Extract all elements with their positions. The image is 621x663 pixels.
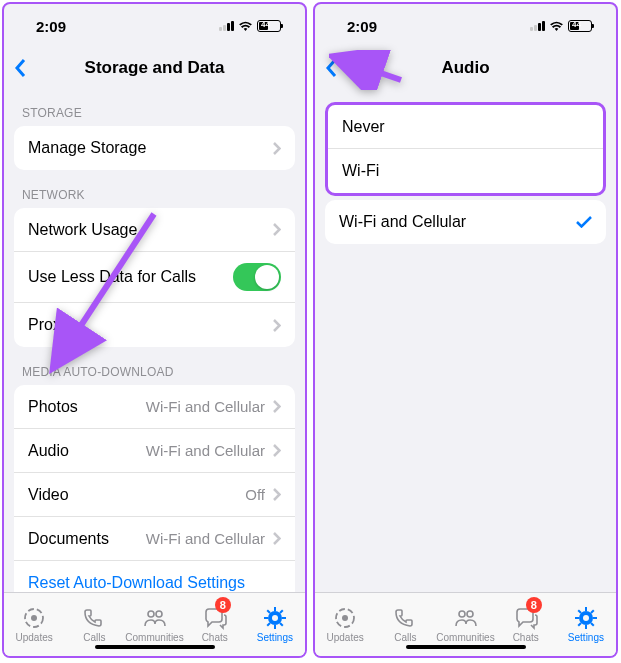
- row-value: Wi-Fi and Cellular: [146, 530, 265, 547]
- battery-icon: 44: [257, 20, 281, 32]
- signal-icon: [530, 21, 545, 31]
- gear-icon: [573, 606, 599, 630]
- row-audio[interactable]: Audio Wi-Fi and Cellular: [14, 429, 295, 473]
- check-icon: [576, 216, 592, 228]
- row-wifi[interactable]: Wi-Fi: [328, 149, 603, 193]
- nav-title: Audio: [441, 58, 489, 78]
- media-group: Photos Wi-Fi and Cellular Audio Wi-Fi an…: [14, 385, 295, 592]
- row-label: Use Less Data for Calls: [28, 268, 196, 286]
- row-label: Documents: [28, 530, 109, 548]
- communities-icon: [453, 606, 479, 630]
- home-indicator: [406, 645, 526, 649]
- row-label: Never: [342, 118, 385, 136]
- row-wifi-cellular[interactable]: Wi-Fi and Cellular: [325, 200, 606, 244]
- nav-bar: Audio: [315, 48, 616, 88]
- chevron-right-icon: [273, 223, 281, 236]
- row-label: Video: [28, 486, 69, 504]
- tab-label: Communities: [436, 632, 494, 643]
- row-manage-storage[interactable]: Manage Storage: [14, 126, 295, 170]
- svg-rect-23: [585, 625, 587, 629]
- chevron-right-icon: [273, 142, 281, 155]
- svg-point-17: [342, 615, 348, 621]
- updates-icon: [21, 606, 47, 630]
- row-use-less-data[interactable]: Use Less Data for Calls: [14, 252, 295, 303]
- tab-updates[interactable]: Updates: [4, 593, 64, 656]
- tab-label: Settings: [257, 632, 293, 643]
- row-label: Wi-Fi and Cellular: [339, 213, 466, 231]
- row-label: Manage Storage: [28, 139, 146, 157]
- status-bar: 2:09 44: [315, 4, 616, 48]
- tab-label: Updates: [326, 632, 363, 643]
- svg-point-2: [31, 615, 37, 621]
- wifi-icon: [238, 21, 253, 32]
- svg-point-3: [148, 611, 154, 617]
- tab-label: Communities: [125, 632, 183, 643]
- left-screenshot: 2:09 44 Storage and Data STORAGE Manage …: [2, 2, 307, 658]
- svg-rect-24: [575, 617, 579, 619]
- content-scroll[interactable]: STORAGE Manage Storage NETWORK Network U…: [4, 88, 305, 592]
- status-bar: 2:09 44: [4, 4, 305, 48]
- back-button[interactable]: [14, 58, 26, 78]
- svg-point-6: [272, 615, 278, 621]
- svg-rect-25: [593, 617, 597, 619]
- toggle-on[interactable]: [233, 263, 281, 291]
- chevron-right-icon: [273, 444, 281, 457]
- tab-settings[interactable]: Settings: [556, 593, 616, 656]
- row-documents[interactable]: Documents Wi-Fi and Cellular: [14, 517, 295, 561]
- back-button[interactable]: [325, 58, 337, 78]
- nav-bar: Storage and Data: [4, 48, 305, 88]
- updates-icon: [332, 606, 358, 630]
- tab-label: Updates: [15, 632, 52, 643]
- svg-rect-22: [585, 607, 587, 611]
- row-label: Network Usage: [28, 221, 137, 239]
- signal-icon: [219, 21, 234, 31]
- options-highlighted-group: Never Wi-Fi: [325, 102, 606, 196]
- tab-settings[interactable]: Settings: [245, 593, 305, 656]
- badge: 8: [215, 597, 231, 613]
- reset-link: Reset Auto-Download Settings: [28, 574, 245, 592]
- chevron-right-icon: [273, 319, 281, 332]
- right-screenshot: 2:09 44 Audio Never Wi-Fi Wi-Fi and Cell…: [313, 2, 618, 658]
- row-photos[interactable]: Photos Wi-Fi and Cellular: [14, 385, 295, 429]
- svg-rect-10: [282, 617, 286, 619]
- row-value: Off: [245, 486, 265, 503]
- phone-icon: [81, 606, 107, 630]
- tab-updates[interactable]: Updates: [315, 593, 375, 656]
- status-icons: 44: [530, 20, 592, 32]
- network-group: Network Usage Use Less Data for Calls Pr…: [14, 208, 295, 347]
- svg-rect-8: [274, 625, 276, 629]
- status-icons: 44: [219, 20, 281, 32]
- tab-label: Calls: [83, 632, 105, 643]
- row-proxy[interactable]: Proxy: [14, 303, 295, 347]
- options-group-2: Wi-Fi and Cellular: [325, 200, 606, 244]
- svg-point-4: [156, 611, 162, 617]
- row-reset[interactable]: Reset Auto-Download Settings: [14, 561, 295, 592]
- svg-point-21: [583, 615, 589, 621]
- row-label: Proxy: [28, 316, 69, 334]
- svg-rect-7: [274, 607, 276, 611]
- storage-group: Manage Storage: [14, 126, 295, 170]
- svg-point-19: [467, 611, 473, 617]
- tab-label: Settings: [568, 632, 604, 643]
- row-label: Photos: [28, 398, 78, 416]
- status-time: 2:09: [347, 18, 377, 35]
- tab-label: Calls: [394, 632, 416, 643]
- content-scroll[interactable]: Never Wi-Fi Wi-Fi and Cellular: [315, 88, 616, 592]
- chevron-right-icon: [273, 400, 281, 413]
- svg-rect-9: [264, 617, 268, 619]
- row-never[interactable]: Never: [328, 105, 603, 149]
- phone-icon: [392, 606, 418, 630]
- row-network-usage[interactable]: Network Usage: [14, 208, 295, 252]
- svg-point-18: [459, 611, 465, 617]
- row-video[interactable]: Video Off: [14, 473, 295, 517]
- gear-icon: [262, 606, 288, 630]
- tab-label: Chats: [202, 632, 228, 643]
- badge: 8: [526, 597, 542, 613]
- nav-title: Storage and Data: [85, 58, 225, 78]
- section-header-network: NETWORK: [4, 170, 305, 208]
- battery-icon: 44: [568, 20, 592, 32]
- home-indicator: [95, 645, 215, 649]
- row-label: Wi-Fi: [342, 162, 379, 180]
- section-header-media: MEDIA AUTO-DOWNLOAD: [4, 347, 305, 385]
- chevron-right-icon: [273, 488, 281, 501]
